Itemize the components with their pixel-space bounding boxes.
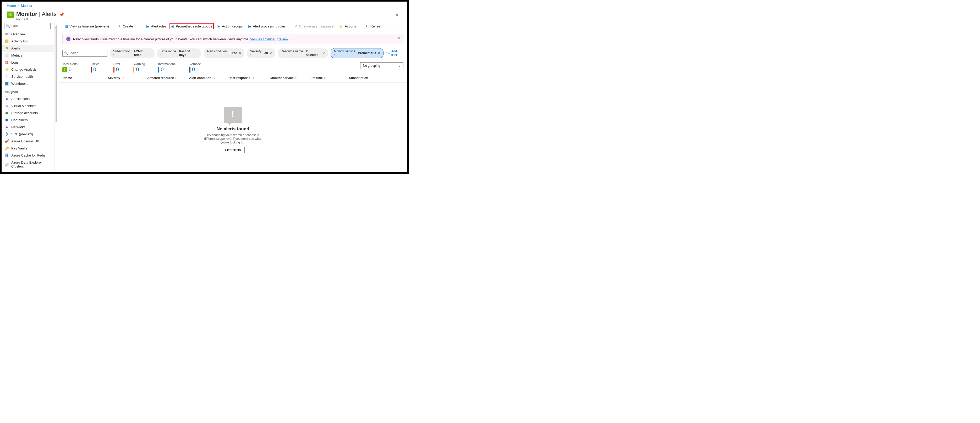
column-alert-condition[interactable]: Alert condition↑↓ xyxy=(189,76,228,80)
actions-button[interactable]: ⚡Actions⌄ xyxy=(337,23,363,29)
sidebar-item-workbooks[interactable]: 📘Workbooks xyxy=(2,80,54,87)
remove-filter-icon[interactable]: ✕ xyxy=(378,52,380,55)
check-icon: ✓ xyxy=(294,24,298,28)
summary-critical[interactable]: Critical0 xyxy=(91,62,100,73)
remove-filter-icon[interactable]: ✕ xyxy=(270,52,272,55)
column-fire-time[interactable]: Fire time↑↓ xyxy=(310,76,349,80)
summary-label: Informational xyxy=(158,62,176,66)
sidebar-item-virtual-machines[interactable]: 🖥Virtual Machines xyxy=(2,102,54,109)
sidebar-item-overview[interactable]: 👁Overview xyxy=(2,31,54,38)
change-icon: ✨ xyxy=(5,68,9,71)
alerts-search-input[interactable] xyxy=(68,51,108,55)
container-icon: ⬢ xyxy=(5,118,9,122)
info-banner: ✓ New: View alerts visualized on a timel… xyxy=(62,34,403,44)
sidebar-search[interactable]: 🔍 xyxy=(4,23,51,29)
severity-bar xyxy=(158,67,159,73)
table-header: Name↑↓Severity↑↓Affected resource↑↓Alert… xyxy=(59,74,407,83)
sidebar-item-storage-accounts[interactable]: ≣Storage accounts xyxy=(2,109,54,116)
filter-monitor-service[interactable]: Monitor service : Prometheus✕ xyxy=(331,48,383,58)
more-icon[interactable]: ⋯ xyxy=(67,12,71,17)
sidebar-item-label: Overview xyxy=(11,32,25,36)
refresh-button[interactable]: ↻Refresh xyxy=(364,23,385,29)
sidebar-scrollbar[interactable] xyxy=(54,21,59,172)
summary-value: 0 xyxy=(136,67,139,73)
view-as-timeline-button[interactable]: ▦View as timeline (preview) xyxy=(62,23,111,29)
breadcrumb-monitor[interactable]: Monitor xyxy=(21,4,32,8)
chart-icon: 📊 xyxy=(5,54,9,57)
summary-total-alerts[interactable]: Total alerts!0 xyxy=(62,62,78,73)
add-filter-icon: ⁺▽ xyxy=(386,51,390,55)
sidebar-search-input[interactable] xyxy=(10,24,49,28)
pin-icon[interactable]: 📌 xyxy=(59,12,64,17)
filter-time-range[interactable]: Time range : Past 30 days xyxy=(157,48,201,58)
processing-rules-icon: ▣ xyxy=(248,24,251,28)
filter-severity[interactable]: Severity : all✕ xyxy=(247,48,275,58)
column-monitor-service[interactable]: Monitor service↑↓ xyxy=(270,76,310,80)
clear-filters-button[interactable]: Clear filters xyxy=(221,147,245,153)
column-subscription[interactable]: Subscription xyxy=(349,76,388,80)
filter-resource-name[interactable]: Resource name : 2 selected✕ xyxy=(278,48,328,58)
sidebar-item-label: Storage accounts xyxy=(11,111,38,115)
sidebar-item-containers[interactable]: ⬢Containers xyxy=(2,116,54,124)
prometheus-rule-groups-button[interactable]: ◉Prometheus rule groups xyxy=(170,23,214,29)
remove-filter-icon[interactable]: ✕ xyxy=(239,52,241,55)
sidebar-item-logs[interactable]: 🗒Logs xyxy=(2,59,54,66)
sidebar-item-service-health[interactable]: ♡Service health xyxy=(2,73,54,80)
banner-close-icon[interactable]: ✕ xyxy=(398,36,401,40)
monitor-icon xyxy=(7,11,14,18)
plus-icon: ＋ xyxy=(118,24,121,29)
sidebar-item-activity-log[interactable]: 📒Activity log xyxy=(2,38,54,45)
empty-state: ! No alerts found Try changing your sear… xyxy=(59,83,407,172)
column-user-response[interactable]: User response↑↓ xyxy=(228,76,270,80)
sidebar-item-change-analysis[interactable]: ✨Change Analysis xyxy=(2,66,54,73)
sidebar-item-networks[interactable]: ◆Networks xyxy=(2,124,54,131)
grouping-dropdown[interactable]: No grouping⌄ xyxy=(360,62,403,69)
remove-filter-icon[interactable]: ✕ xyxy=(323,52,325,55)
summary-verbose[interactable]: Verbose0 xyxy=(189,62,201,73)
column-severity[interactable]: Severity↑↓ xyxy=(108,76,147,80)
column-label: Severity xyxy=(108,76,120,80)
storage-icon: ≣ xyxy=(5,111,9,115)
sidebar-item-label: Service health xyxy=(11,74,33,79)
alerts-search[interactable]: 🔍 xyxy=(62,50,107,57)
chevron-down-icon: ⌄ xyxy=(398,64,401,68)
column-affected-resource[interactable]: Affected resource↑↓ xyxy=(147,76,189,80)
alert-rules-button[interactable]: ▣Alert rules xyxy=(144,23,169,29)
close-icon[interactable]: ✕ xyxy=(393,11,402,20)
sidebar-item-label: SQL (preview) xyxy=(11,132,33,136)
create-button[interactable]: ＋Create⌄ xyxy=(116,23,140,30)
flag-icon: ! xyxy=(62,67,67,72)
scroll-thumb[interactable] xyxy=(56,25,57,122)
sidebar-item-alerts[interactable]: ⚑Alerts xyxy=(2,45,54,52)
sidebar-item-label: Change Analysis xyxy=(11,68,37,71)
sort-icon: ↑↓ xyxy=(295,76,298,79)
summary-value: 0 xyxy=(68,67,72,73)
info-banner-link[interactable]: View as timeline (preview) xyxy=(250,37,290,41)
summary-warning[interactable]: Warning0 xyxy=(133,62,145,73)
refresh-icon: ↻ xyxy=(366,24,369,28)
add-filter-button[interactable]: ⁺▽Add filter xyxy=(386,49,403,57)
sidebar-item-sql-preview-[interactable]: 🛢SQL (preview) xyxy=(2,131,54,138)
sidebar-item-azure-cache-for-redis[interactable]: 🗄Azure Cache for Redis xyxy=(2,152,54,159)
column-name[interactable]: Name↑↓ xyxy=(64,76,108,80)
search-icon: 🔍 xyxy=(64,51,68,55)
sidebar-item-label: Key Vaults xyxy=(11,146,27,150)
sidebar-item-key-vaults[interactable]: 🔑Key Vaults xyxy=(2,145,54,152)
summary-informational[interactable]: Informational0 xyxy=(158,62,176,73)
filter-alert-condition[interactable]: Alert condition : Fired✕ xyxy=(204,48,244,58)
cosmos-icon: 🚀 xyxy=(5,139,9,143)
toolbar: ▦View as timeline (preview) ＋Create⌄ ▣Al… xyxy=(59,21,407,32)
app-icon: ◆ xyxy=(5,97,9,101)
sidebar-item-label: Containers xyxy=(11,118,28,122)
sidebar-item-azure-data-explorer-clusters[interactable]: 📈Azure Data Explorer Clusters xyxy=(2,159,54,170)
breadcrumb-home[interactable]: Home xyxy=(7,4,16,8)
flag-icon: ⚑ xyxy=(5,46,9,50)
summary-error[interactable]: Error0 xyxy=(113,62,121,73)
filter-subscription[interactable]: Subscription : ACME Telco xyxy=(110,48,154,58)
action-groups-button[interactable]: ▣Action groups xyxy=(215,23,245,29)
sidebar-item-azure-cosmos-db[interactable]: 🚀Azure Cosmos DB xyxy=(2,138,54,145)
alert-processing-rules-button[interactable]: ▣Alert processing rules xyxy=(246,23,288,29)
sidebar-item-metrics[interactable]: 📊Metrics xyxy=(2,52,54,59)
sidebar-item-applications[interactable]: ◆Applications xyxy=(2,95,54,102)
page-title: Monitor | Alerts xyxy=(16,11,57,17)
